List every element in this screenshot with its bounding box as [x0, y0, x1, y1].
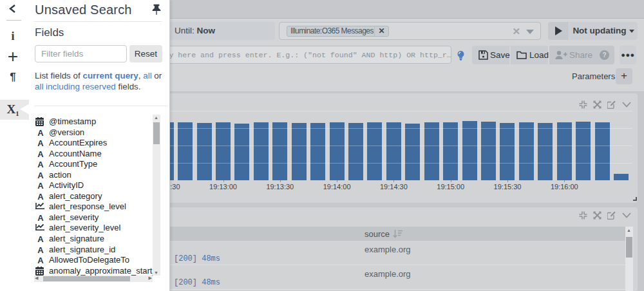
svg-text:?: ?: [602, 52, 606, 59]
